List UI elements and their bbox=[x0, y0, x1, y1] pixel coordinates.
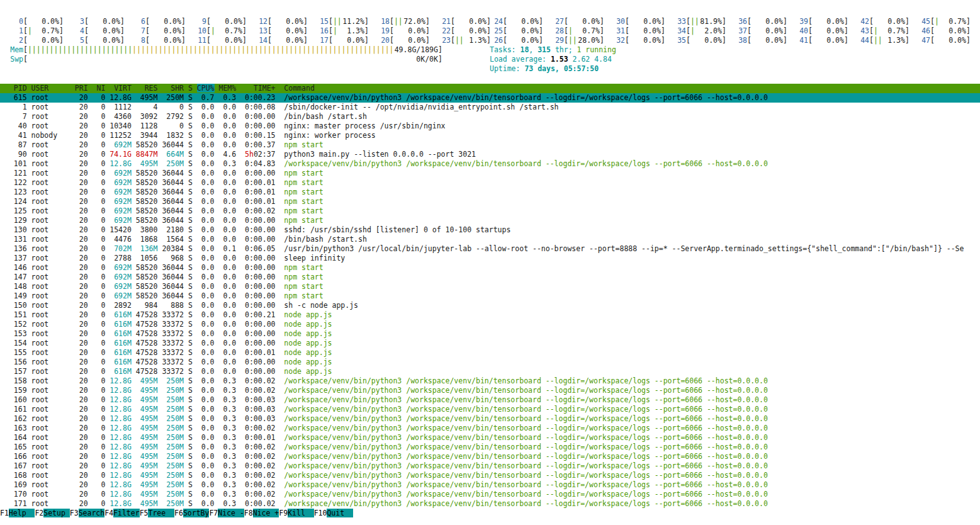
column-header-user[interactable]: USER bbox=[31, 84, 70, 93]
fkey-label-sortby[interactable]: SortBy bbox=[183, 509, 210, 517]
process-row-151[interactable]: 151 root 20 0 616M 47528 33372 S 0.0 0.0… bbox=[0, 310, 980, 320]
cell-time: 0:00.00 bbox=[240, 282, 275, 291]
process-row-169[interactable]: 169 root 20 0 12.8G 495M 250M S 0.0 0.3 … bbox=[0, 480, 980, 490]
fkey-label-tree[interactable]: Tree bbox=[148, 509, 174, 517]
cell-shr: 36044 bbox=[162, 273, 184, 281]
column-header-s[interactable]: S bbox=[188, 84, 193, 93]
process-row-164[interactable]: 164 root 20 0 12.8G 495M 250M S 0.0 0.3 … bbox=[0, 433, 980, 443]
process-row-124[interactable]: 124 root 20 0 692M 58520 36044 S 0.0 0.0… bbox=[0, 197, 980, 206]
process-row-147[interactable]: 147 root 20 0 692M 58520 36044 S 0.0 0.0… bbox=[0, 273, 980, 282]
process-row-166[interactable]: 166 root 20 0 12.8G 495M 250M S 0.0 0.3 … bbox=[0, 452, 980, 461]
fkey-label-help[interactable]: Help bbox=[9, 509, 35, 517]
cell-res: 58520 bbox=[136, 188, 158, 196]
column-header-ni[interactable]: NI bbox=[93, 84, 106, 93]
cpu-number: 38 bbox=[734, 36, 747, 45]
cell-pri: 20 bbox=[75, 461, 88, 470]
fkey-label-search[interactable]: Search bbox=[79, 509, 105, 517]
process-row-155[interactable]: 155 root 20 0 616M 47528 33372 S 0.0 0.0… bbox=[0, 348, 980, 358]
fkey-label-setup[interactable]: Setup bbox=[43, 509, 70, 517]
process-row-168[interactable]: 168 root 20 0 12.8G 495M 250M S 0.0 0.3 … bbox=[0, 471, 980, 480]
fkey-f7[interactable]: F7 bbox=[209, 509, 218, 517]
cell-time: 0:00.03 bbox=[240, 414, 275, 423]
process-row-149[interactable]: 149 root 20 0 692M 58520 36044 S 0.0 0.0… bbox=[0, 291, 980, 301]
process-row-163[interactable]: 163 root 20 0 12.8G 495M 250M S 0.0 0.3 … bbox=[0, 424, 980, 433]
fkey-label-nice-down[interactable]: Nice - bbox=[218, 509, 244, 517]
process-row-159[interactable]: 159 root 20 0 12.8G 495M 250M S 0.0 0.3 … bbox=[0, 386, 980, 395]
process-row-90[interactable]: 90 root 20 0 74.1G 8847M 664M S 0.0 4.6 … bbox=[0, 150, 980, 159]
cell-time: 0:00.02 bbox=[240, 471, 275, 480]
process-row-136[interactable]: 136 root 20 0 702M 136M 20384 S 0.0 0.1 … bbox=[0, 244, 980, 254]
cell-cpu: 0.0 bbox=[197, 480, 215, 489]
fkey-f1[interactable]: F1 bbox=[0, 509, 9, 517]
cpu-number: 1 bbox=[10, 26, 23, 36]
cell-virt: 1112 bbox=[110, 103, 132, 111]
fkey-f9[interactable]: F9 bbox=[279, 509, 288, 517]
process-row-122[interactable]: 122 root 20 0 692M 58520 36044 S 0.0 0.0… bbox=[0, 178, 980, 188]
fkey-label-filter[interactable]: Filter bbox=[113, 509, 140, 517]
cpu-meter-25: 25[0.0%] bbox=[490, 26, 551, 36]
fkey-f10[interactable]: F10 bbox=[314, 509, 327, 517]
process-row-7[interactable]: 7 root 20 0 4360 3092 2792 S 0.0 0.0 0:0… bbox=[0, 112, 980, 121]
column-header-cpu[interactable]: CPU% bbox=[197, 84, 215, 93]
process-row-160[interactable]: 160 root 20 0 12.8G 495M 250M S 0.0 0.3 … bbox=[0, 395, 980, 405]
process-row-123[interactable]: 123 root 20 0 692M 58520 36044 S 0.0 0.0… bbox=[0, 188, 980, 197]
process-row-171[interactable]: 171 root 20 0 12.8G 495M 250M S 0.0 0.3 … bbox=[0, 499, 980, 509]
fkey-f6[interactable]: F6 bbox=[174, 509, 183, 517]
column-header-res[interactable]: RES bbox=[136, 84, 158, 93]
process-row-130[interactable]: 130 root 20 0 15420 3800 2180 S 0.0 0.0 … bbox=[0, 225, 980, 235]
cell-s: S bbox=[188, 188, 193, 196]
process-row-170[interactable]: 170 root 20 0 12.8G 495M 250M S 0.0 0.3 … bbox=[0, 490, 980, 499]
meter-bracket: ] bbox=[242, 26, 247, 35]
column-header-time[interactable]: TIME+ bbox=[240, 84, 275, 93]
cpu-percent: 0.0% bbox=[643, 17, 661, 26]
fkey-f3[interactable]: F3 bbox=[70, 509, 79, 517]
process-row-41[interactable]: 41 nobody 20 0 11252 3944 1832 S 0.0 0.0… bbox=[0, 131, 980, 140]
process-row-137[interactable]: 137 root 20 0 2788 1056 968 S 0.0 0.0 0:… bbox=[0, 254, 980, 263]
process-row-146[interactable]: 146 root 20 0 692M 58520 36044 S 0.0 0.0… bbox=[0, 263, 980, 273]
column-header-command[interactable]: Command bbox=[284, 84, 314, 93]
process-row-150[interactable]: 150 root 20 0 2892 984 888 S 0.0 0.0 0:0… bbox=[0, 301, 980, 310]
column-header-mem[interactable]: MEM% bbox=[218, 84, 236, 93]
cell-time: 0:00.23 bbox=[240, 93, 275, 102]
process-row-129[interactable]: 129 root 20 0 692M 58520 36044 S 0.0 0.0… bbox=[0, 216, 980, 225]
cell-command: /workspace/venv/bin/python3 /workspace/v… bbox=[284, 405, 768, 414]
process-row-165[interactable]: 165 root 20 0 12.8G 495M 250M S 0.0 0.3 … bbox=[0, 443, 980, 452]
process-row-125[interactable]: 125 root 20 0 692M 58520 36044 S 0.0 0.0… bbox=[0, 206, 980, 216]
process-row-148[interactable]: 148 root 20 0 692M 58520 36044 S 0.0 0.0… bbox=[0, 282, 980, 291]
process-row-161[interactable]: 161 root 20 0 12.8G 495M 250M S 0.0 0.3 … bbox=[0, 405, 980, 414]
cell-command: npm start bbox=[284, 282, 323, 291]
meter-bracket: [ bbox=[329, 17, 333, 26]
fkey-label-nice-up[interactable]: Nice + bbox=[253, 509, 279, 517]
process-row-157[interactable]: 157 root 20 0 616M 47528 33372 S 0.0 0.0… bbox=[0, 367, 980, 376]
process-row-131[interactable]: 131 root 20 0 4476 1868 1564 S 0.0 0.0 0… bbox=[0, 235, 980, 244]
process-row-40[interactable]: 40 root 20 0 10340 1128 0 S 0.0 0.0 0:00… bbox=[0, 121, 980, 131]
process-row-158[interactable]: 158 root 20 0 12.8G 495M 250M S 0.0 0.3 … bbox=[0, 376, 980, 386]
process-row-1[interactable]: 1 root 20 0 1112 4 0 S 0.0 0.0 0:00.08 /… bbox=[0, 103, 980, 112]
fkey-f8[interactable]: F8 bbox=[244, 509, 253, 517]
cell-virt: 692M bbox=[110, 169, 132, 178]
fkey-label-quit[interactable]: Quit bbox=[327, 509, 353, 517]
fkey-label-kill[interactable]: Kill bbox=[288, 509, 314, 517]
cpu-percent: 0.0% bbox=[521, 17, 539, 26]
fkey-f2[interactable]: F2 bbox=[35, 509, 43, 517]
process-row-121[interactable]: 121 root 20 0 692M 58520 36044 S 0.0 0.0… bbox=[0, 169, 980, 178]
column-header-shr[interactable]: SHR bbox=[162, 84, 184, 93]
column-header-pri[interactable]: PRI bbox=[75, 84, 88, 93]
process-row-101[interactable]: 101 root 20 0 12.8G 495M 250M S 0.0 0.3 … bbox=[0, 159, 980, 169]
process-row-154[interactable]: 154 root 20 0 616M 47528 33372 S 0.0 0.0… bbox=[0, 339, 980, 348]
cell-res: 3092 bbox=[136, 112, 158, 121]
process-row-615[interactable]: 615 root 20 0 12.8G 495M 250M S 0.7 0.3 … bbox=[0, 93, 980, 103]
process-row-152[interactable]: 152 root 20 0 616M 47528 33372 S 0.0 0.0… bbox=[0, 320, 980, 329]
meter-bracket: ] bbox=[364, 17, 369, 26]
process-row-87[interactable]: 87 root 20 0 692M 58520 36044 S 0.0 0.0 … bbox=[0, 140, 980, 150]
cpu-bar: |0.7% bbox=[28, 26, 59, 36]
process-row-156[interactable]: 156 root 20 0 616M 47528 33372 S 0.0 0.0… bbox=[0, 358, 980, 367]
process-row-167[interactable]: 167 root 20 0 12.8G 495M 250M S 0.0 0.3 … bbox=[0, 461, 980, 471]
fkey-f5[interactable]: F5 bbox=[140, 509, 149, 517]
process-row-162[interactable]: 162 root 20 0 12.8G 495M 250M S 0.0 0.3 … bbox=[0, 414, 980, 424]
process-row-153[interactable]: 153 root 20 0 616M 47528 33372 S 0.0 0.0… bbox=[0, 329, 980, 339]
column-header-virt[interactable]: VIRT bbox=[110, 84, 132, 93]
column-header-pid[interactable]: PID bbox=[5, 84, 27, 93]
fkey-f4[interactable]: F4 bbox=[104, 509, 113, 517]
cell-virt: 4360 bbox=[110, 112, 132, 121]
